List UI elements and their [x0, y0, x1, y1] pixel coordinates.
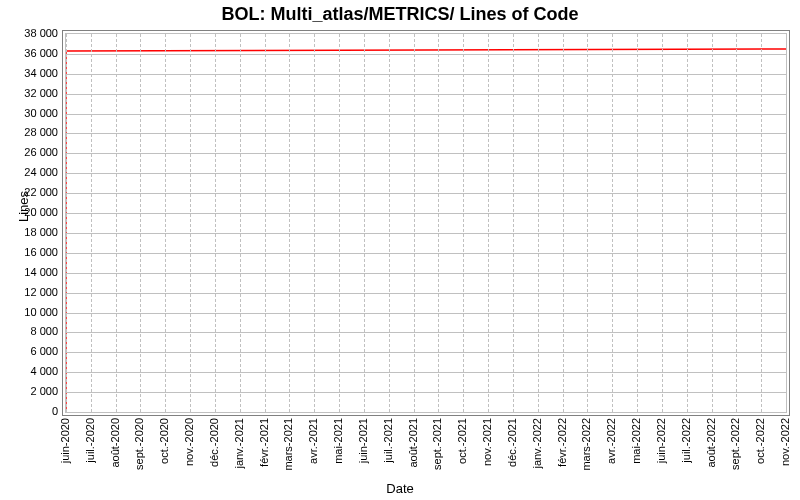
x-tick-label: mars-2022: [580, 418, 592, 471]
gridline-v: [91, 34, 92, 412]
gridline-h: [66, 54, 786, 55]
gridline-v: [215, 34, 216, 412]
gridline-h: [66, 392, 786, 393]
y-tick-label: 26 000: [0, 146, 58, 158]
y-tick-label: 38 000: [0, 27, 58, 39]
gridline-h: [66, 133, 786, 134]
gridline-v: [488, 34, 489, 412]
gridline-h: [66, 253, 786, 254]
gridline-v: [612, 34, 613, 412]
x-tick-label: août-2021: [407, 418, 419, 468]
x-tick-label: juin-2021: [357, 418, 369, 463]
x-tick-label: oct.-2022: [754, 418, 766, 464]
gridline-v: [438, 34, 439, 412]
x-tick-label: sept.-2022: [729, 418, 741, 470]
gridline-v: [389, 34, 390, 412]
gridline-h: [66, 293, 786, 294]
x-tick-label: oct.-2021: [456, 418, 468, 464]
gridline-v: [538, 34, 539, 412]
y-tick-label: 12 000: [0, 286, 58, 298]
x-tick-label: nov.-2022: [779, 418, 791, 466]
gridline-h: [66, 233, 786, 234]
gridline-h: [66, 74, 786, 75]
gridline-v: [289, 34, 290, 412]
gridline-v: [66, 34, 67, 412]
y-tick-label: 24 000: [0, 166, 58, 178]
gridline-h: [66, 213, 786, 214]
x-tick-label: avr.-2022: [605, 418, 617, 464]
x-tick-label: nov.-2020: [183, 418, 195, 466]
x-tick-label: avr.-2021: [307, 418, 319, 464]
gridline-h: [66, 273, 786, 274]
gridline-v: [314, 34, 315, 412]
y-tick-label: 16 000: [0, 246, 58, 258]
gridline-v: [513, 34, 514, 412]
gridline-v: [563, 34, 564, 412]
gridline-v: [786, 34, 787, 412]
x-tick-label: janv.-2021: [233, 418, 245, 469]
gridline-v: [265, 34, 266, 412]
x-tick-label: sept.-2021: [431, 418, 443, 470]
x-tick-label: oct.-2020: [158, 418, 170, 464]
gridline-h: [66, 173, 786, 174]
x-tick-label: juil.-2022: [680, 418, 692, 463]
y-tick-label: 2 000: [0, 385, 58, 397]
gridline-h: [66, 94, 786, 95]
y-tick-label: 22 000: [0, 186, 58, 198]
x-tick-label: déc.-2020: [208, 418, 220, 467]
x-tick-label: août-2022: [705, 418, 717, 468]
gridline-h: [66, 153, 786, 154]
gridline-h: [66, 372, 786, 373]
x-tick-label: févr.-2022: [556, 418, 568, 467]
gridline-v: [190, 34, 191, 412]
y-tick-label: 14 000: [0, 266, 58, 278]
gridline-v: [662, 34, 663, 412]
plot-area: [62, 30, 790, 416]
x-tick-label: juil.-2020: [84, 418, 96, 463]
chart-container: BOL: Multi_atlas/METRICS/ Lines of Code …: [0, 0, 800, 500]
gridline-h: [66, 313, 786, 314]
gridline-v: [414, 34, 415, 412]
gridline-v: [364, 34, 365, 412]
y-tick-label: 6 000: [0, 345, 58, 357]
y-tick-label: 20 000: [0, 206, 58, 218]
series-line: [66, 49, 786, 412]
gridline-v: [761, 34, 762, 412]
gridline-v: [116, 34, 117, 412]
gridline-v: [687, 34, 688, 412]
y-tick-label: 4 000: [0, 365, 58, 377]
y-tick-label: 34 000: [0, 67, 58, 79]
gridline-h: [66, 332, 786, 333]
x-tick-label: août-2020: [109, 418, 121, 468]
gridline-v: [240, 34, 241, 412]
x-tick-label: juin-2022: [655, 418, 667, 463]
y-tick-label: 10 000: [0, 306, 58, 318]
y-tick-label: 36 000: [0, 47, 58, 59]
y-tick-label: 30 000: [0, 107, 58, 119]
gridline-v: [712, 34, 713, 412]
gridline-v: [637, 34, 638, 412]
x-tick-label: sept.-2020: [133, 418, 145, 470]
gridline-v: [736, 34, 737, 412]
gridline-h: [66, 114, 786, 115]
gridline-v: [165, 34, 166, 412]
x-tick-label: mai-2022: [630, 418, 642, 464]
x-tick-label: juin-2020: [59, 418, 71, 463]
x-tick-label: févr.-2021: [258, 418, 270, 467]
y-tick-label: 8 000: [0, 325, 58, 337]
y-tick-label: 0: [0, 405, 58, 417]
x-tick-label: juil.-2021: [382, 418, 394, 463]
line-series: [66, 34, 786, 412]
x-tick-label: mars-2021: [282, 418, 294, 471]
chart-title: BOL: Multi_atlas/METRICS/ Lines of Code: [0, 4, 800, 25]
gridline-h: [66, 193, 786, 194]
x-tick-label: janv.-2022: [531, 418, 543, 469]
y-tick-label: 32 000: [0, 87, 58, 99]
gridline-v: [463, 34, 464, 412]
gridline-h: [66, 352, 786, 353]
x-tick-label: déc.-2021: [506, 418, 518, 467]
plot-inner: [65, 33, 787, 413]
y-tick-label: 18 000: [0, 226, 58, 238]
x-tick-label: mai-2021: [332, 418, 344, 464]
gridline-v: [587, 34, 588, 412]
